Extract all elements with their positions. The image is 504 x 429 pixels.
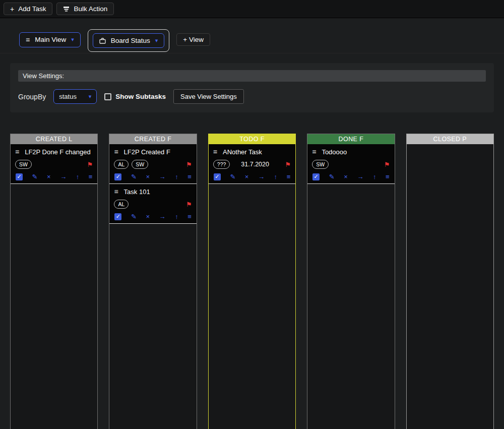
- move-right-icon[interactable]: →: [357, 173, 363, 180]
- view-settings-panel: View Settings: GroupBy status ▾ Show Sub…: [10, 63, 494, 112]
- board-column-todo-f: TODO F ≡ ANother Task ??? 31.7.2020 ⚑ ✓ …: [208, 134, 296, 429]
- show-subtasks-label: Show Subtasks: [115, 93, 166, 100]
- check-icon: ✓: [17, 173, 21, 180]
- menu-icon: ≡: [26, 36, 30, 44]
- edit-icon[interactable]: ✎: [131, 213, 137, 220]
- chevron-down-icon: ▾: [89, 93, 92, 100]
- move-up-icon[interactable]: ↑: [373, 173, 376, 180]
- details-icon[interactable]: ≡: [187, 173, 192, 180]
- drag-handle-icon[interactable]: ≡: [312, 148, 316, 156]
- task-card: ≡ ANother Task ??? 31.7.2020 ⚑ ✓ ✎ × → ↑…: [209, 144, 295, 184]
- task-title: Task 101: [124, 188, 150, 196]
- show-subtasks-checkbox[interactable]: [104, 93, 111, 100]
- move-up-icon[interactable]: ↑: [175, 213, 178, 220]
- bulk-action-button[interactable]: Bulk Action: [56, 3, 114, 15]
- briefcase-icon: [99, 38, 106, 44]
- task-checkbox[interactable]: ✓: [16, 173, 23, 180]
- check-icon: ✓: [215, 173, 219, 180]
- details-icon[interactable]: ≡: [89, 173, 93, 180]
- move-right-icon[interactable]: →: [60, 173, 67, 180]
- assignee-badge: SW: [312, 160, 329, 169]
- task-checkbox[interactable]: ✓: [312, 173, 320, 180]
- add-task-label: Add Task: [18, 5, 46, 13]
- move-up-icon[interactable]: ↑: [274, 173, 278, 180]
- column-header: CLOSED P: [407, 134, 493, 144]
- delete-icon[interactable]: ×: [245, 173, 249, 180]
- board-column-done-f: DONE F ≡ Todoooo SW ⚑ ✓ ✎ × → ↑ ≡: [307, 134, 395, 429]
- flag-icon[interactable]: ⚑: [186, 161, 192, 168]
- details-icon[interactable]: ≡: [287, 173, 291, 180]
- view-settings-header: View Settings:: [18, 70, 486, 82]
- flag-icon[interactable]: ⚑: [186, 201, 192, 208]
- card-title-row: ≡ ANother Task: [209, 144, 295, 157]
- move-right-icon[interactable]: →: [159, 213, 166, 220]
- board-status-dropdown[interactable]: Board Status ▾: [93, 33, 165, 48]
- tab-board-status-active: Board Status ▾: [88, 29, 170, 52]
- check-icon: ✓: [116, 213, 120, 220]
- task-title: LF2P Done F changed: [25, 148, 91, 156]
- board-column-closed-p: CLOSED P: [406, 134, 494, 429]
- task-card: ≡ LF2P Done F changed SW ⚑ ✓ ✎ × → ↑ ≡: [11, 144, 97, 184]
- card-actions: ✓ ✎ × → ↑ ≡: [109, 171, 196, 183]
- add-view-button[interactable]: + View: [176, 33, 210, 46]
- card-actions: ✓ ✎ × → ↑ ≡: [307, 171, 394, 183]
- delete-icon[interactable]: ×: [146, 173, 150, 180]
- task-checkbox[interactable]: ✓: [114, 213, 121, 220]
- add-view-label: + View: [183, 36, 204, 43]
- column-header: CREATED F: [109, 134, 196, 144]
- card-badge-row: AL SW ⚑: [109, 157, 196, 171]
- delete-icon[interactable]: ×: [47, 173, 51, 180]
- bulk-action-icon: [63, 6, 70, 12]
- bulk-action-label: Bulk Action: [74, 5, 107, 13]
- edit-icon[interactable]: ✎: [329, 173, 335, 180]
- add-task-button[interactable]: + Add Task: [4, 3, 52, 15]
- plus-icon: +: [10, 6, 14, 13]
- drag-handle-icon[interactable]: ≡: [213, 148, 217, 156]
- delete-icon[interactable]: ×: [344, 173, 348, 180]
- card-title-row: ≡ Todoooo: [307, 144, 394, 157]
- flag-icon[interactable]: ⚑: [87, 161, 93, 168]
- groupby-select[interactable]: status ▾: [53, 89, 97, 104]
- card-badge-row: SW ⚑: [307, 157, 394, 171]
- kanban-board: CREATED L ≡ LF2P Done F changed SW ⚑ ✓ ✎…: [0, 112, 504, 429]
- column-header: DONE F: [307, 134, 394, 144]
- move-up-icon[interactable]: ↑: [175, 173, 178, 180]
- details-icon[interactable]: ≡: [187, 213, 192, 220]
- flag-icon[interactable]: ⚑: [384, 161, 390, 168]
- edit-icon[interactable]: ✎: [230, 173, 235, 180]
- save-view-settings-button[interactable]: Save View Settings: [173, 89, 244, 104]
- view-settings-controls: GroupBy status ▾ Show Subtasks Save View…: [18, 89, 486, 104]
- assignee-badge: SW: [15, 160, 32, 169]
- main-view-label: Main View: [35, 36, 66, 43]
- check-icon: ✓: [116, 173, 120, 180]
- delete-icon[interactable]: ×: [146, 213, 150, 220]
- assignee-badge: AL: [114, 200, 129, 209]
- drag-handle-icon[interactable]: ≡: [114, 148, 118, 156]
- task-card: ≡ Todoooo SW ⚑ ✓ ✎ × → ↑ ≡: [307, 144, 394, 184]
- move-right-icon[interactable]: →: [159, 173, 166, 180]
- card-actions: ✓ ✎ × → ↑ ≡: [209, 171, 295, 183]
- flag-icon[interactable]: ⚑: [285, 161, 291, 168]
- board-status-label: Board Status: [111, 37, 150, 44]
- card-title-row: ≡ Task 101: [109, 184, 196, 197]
- details-icon[interactable]: ≡: [386, 173, 390, 180]
- main-view-dropdown[interactable]: ≡ Main View ▾: [19, 32, 81, 47]
- task-checkbox[interactable]: ✓: [214, 173, 221, 180]
- drag-handle-icon[interactable]: ≡: [15, 148, 19, 156]
- drag-handle-icon[interactable]: ≡: [114, 188, 118, 196]
- assignee-badge: ???: [213, 160, 230, 169]
- card-title-row: ≡ LF2P Done F changed: [11, 144, 97, 157]
- column-header: CREATED L: [11, 134, 97, 144]
- move-right-icon[interactable]: →: [258, 173, 265, 180]
- card-actions: ✓ ✎ × → ↑ ≡: [109, 211, 196, 223]
- move-up-icon[interactable]: ↑: [76, 173, 80, 180]
- task-title: ANother Task: [223, 148, 262, 156]
- task-title: LF2P Created F: [124, 148, 170, 156]
- task-card: ≡ LF2P Created F AL SW ⚑ ✓ ✎ × → ↑ ≡: [109, 144, 196, 184]
- edit-icon[interactable]: ✎: [131, 173, 137, 180]
- check-icon: ✓: [314, 173, 319, 180]
- edit-icon[interactable]: ✎: [32, 173, 38, 180]
- card-badge-row: ??? 31.7.2020 ⚑: [209, 157, 295, 171]
- chevron-down-icon: ▾: [71, 36, 74, 43]
- task-checkbox[interactable]: ✓: [114, 173, 121, 180]
